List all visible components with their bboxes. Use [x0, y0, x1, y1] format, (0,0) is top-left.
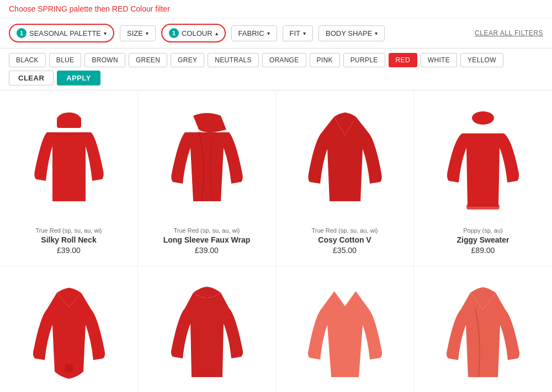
product-card[interactable]: True Red (sp, su, au, wi) Scoop Neck Tee… — [138, 266, 276, 392]
seasonal-palette-filter[interactable]: 1 SEASONAL PALETTE ▾ — [9, 24, 114, 42]
filter-hint: Choose SPRING palette then RED Colour fi… — [0, 0, 552, 18]
product-card[interactable]: True Red (sp, su, au, wi) Tie Front Top … — [0, 266, 138, 392]
product-name: Ziggy Sweater — [421, 235, 545, 244]
product-card[interactable]: Poppy (sp, au) Ziggy Sweater £89.00 — [414, 90, 552, 266]
colour-tag-blue[interactable]: BLUE — [49, 53, 82, 67]
product-image — [421, 275, 545, 392]
product-color-label: True Red (sp, su, au, wi) — [145, 227, 269, 234]
colour-tag-yellow[interactable]: YELLOW — [460, 53, 503, 67]
product-card[interactable]: True Red (sp, su, au, wi) Cosy Cotton V … — [276, 90, 414, 266]
clear-all-button[interactable]: CLEAR ALL FILTERS — [475, 29, 543, 37]
size-filter[interactable]: SIZE ▾ — [120, 25, 156, 41]
product-image — [7, 275, 131, 392]
product-name: Long Sleeve Faux Wrap — [145, 235, 269, 244]
product-image — [145, 275, 269, 392]
colour-tag-neutrals[interactable]: NEUTRALS — [208, 53, 258, 67]
product-image — [283, 275, 407, 392]
colour-tag-pink[interactable]: PINK — [310, 53, 340, 67]
product-image — [283, 99, 407, 221]
product-price: £39.00 — [145, 246, 269, 255]
size-chevron: ▾ — [146, 30, 148, 36]
colour-tag-green[interactable]: GREEN — [129, 53, 167, 67]
product-card[interactable]: Coral (sp, su) Open Cardigan £59.00 — [276, 266, 414, 392]
colour-tag-black[interactable]: BLACK — [9, 53, 46, 67]
product-name: Silky Roll Neck — [7, 235, 131, 244]
colour-tag-white[interactable]: WHITE — [421, 53, 457, 67]
fabric-label: FABRIC — [238, 29, 264, 37]
colour-chevron: ▴ — [215, 30, 218, 36]
product-card[interactable]: Coral (sp, su) Faux Wrap Top £39.00 — [414, 266, 552, 392]
product-name: Cosy Cotton V — [283, 235, 407, 244]
colour-tag-grey[interactable]: GREY — [171, 53, 204, 67]
colour-label: COLOUR — [182, 29, 213, 37]
colour-tag-purple[interactable]: PURPLE — [343, 53, 385, 67]
product-color-label: True Red (sp, su, au, wi) — [7, 227, 131, 234]
filter-bar: 1 SEASONAL PALETTE ▾ SIZE ▾ 1 COLOUR ▴ F… — [0, 18, 552, 49]
seasonal-badge: 1 — [17, 28, 26, 38]
apply-colour-button[interactable]: APPLY — [57, 71, 100, 85]
product-grid: True Red (sp, su, au, wi) Silky Roll Nec… — [0, 90, 552, 392]
colour-tags: BLACKBLUEBROWNGREENGREYNEUTRALSORANGEPIN… — [9, 53, 503, 67]
body-shape-label: BODY SHAPE — [326, 29, 372, 37]
fabric-chevron: ▾ — [267, 30, 270, 36]
colour-tag-orange[interactable]: ORANGE — [262, 53, 306, 67]
seasonal-label: SEASONAL PALETTE — [29, 29, 101, 37]
colour-tag-red[interactable]: RED — [389, 53, 417, 67]
seasonal-chevron: ▾ — [104, 30, 107, 36]
product-image — [7, 99, 131, 221]
product-price: £35.00 — [283, 246, 407, 255]
fit-filter[interactable]: FIT ▾ — [283, 25, 314, 41]
fit-label: FIT — [290, 29, 301, 37]
colour-badge: 1 — [169, 28, 179, 38]
svg-point-2 — [472, 111, 494, 125]
svg-rect-1 — [57, 117, 81, 128]
fit-chevron: ▾ — [303, 30, 306, 36]
colour-bar: BLACKBLUEBROWNGREENGREYNEUTRALSORANGEPIN… — [0, 49, 552, 90]
colour-tag-brown[interactable]: BROWN — [84, 53, 125, 67]
product-color-label: Poppy (sp, au) — [421, 227, 545, 234]
product-price: £39.00 — [7, 246, 131, 255]
hint-text: Choose SPRING palette then RED Colour fi… — [9, 4, 170, 13]
colour-action-buttons: CLEAR APPLY — [9, 71, 100, 85]
fabric-filter[interactable]: FABRIC ▾ — [231, 25, 277, 41]
colour-filter[interactable]: 1 COLOUR ▴ — [161, 24, 226, 42]
size-label: SIZE — [127, 29, 143, 37]
body-shape-filter[interactable]: BODY SHAPE ▾ — [319, 25, 385, 41]
product-price: £89.00 — [421, 246, 545, 255]
product-card[interactable]: True Red (sp, su, au, wi) Long Sleeve Fa… — [138, 90, 276, 266]
product-card[interactable]: True Red (sp, su, au, wi) Silky Roll Nec… — [0, 90, 138, 266]
product-image — [145, 99, 269, 221]
body-shape-chevron: ▾ — [375, 30, 378, 36]
product-image — [421, 99, 545, 221]
product-color-label: True Red (sp, su, au, wi) — [283, 227, 407, 234]
clear-colour-button[interactable]: CLEAR — [9, 71, 54, 85]
